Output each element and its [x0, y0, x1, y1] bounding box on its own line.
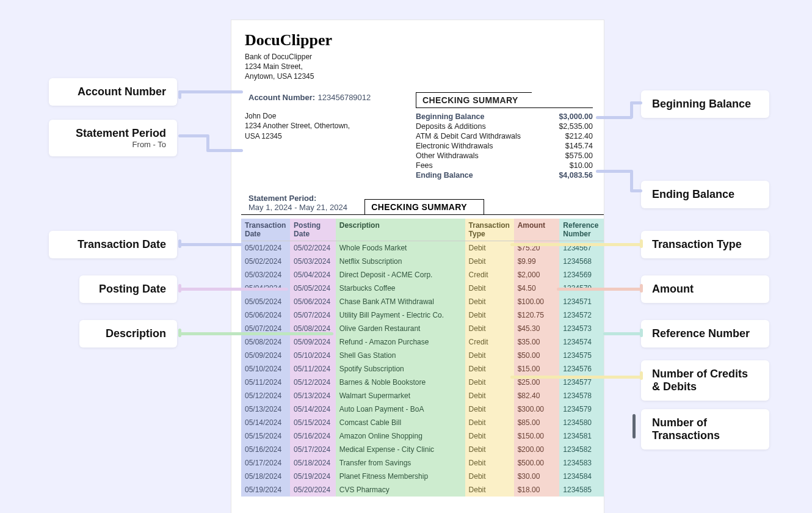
cell: 05/02/2024: [241, 255, 290, 268]
summary-value: $10.00: [544, 161, 593, 170]
table-row: 05/10/202405/11/2024Spotify Subscription…: [241, 362, 604, 376]
summary-label: ATM & Debit Card Withdrawals: [416, 132, 521, 140]
cell: Direct Deposit - ACME Corp.: [336, 268, 465, 282]
cell: Barnes & Noble Bookstore: [336, 376, 465, 389]
callout-posting-date: Posting Date: [79, 275, 177, 303]
table-row: 05/08/202405/09/2024Refund - Amazon Purc…: [241, 335, 604, 349]
cell: $82.40: [514, 389, 560, 402]
cell: Olive Garden Restaurant: [336, 322, 465, 335]
summary-value: $3,000.00: [544, 112, 593, 121]
cell: 05/10/2024: [241, 362, 290, 376]
cell: Debit: [465, 389, 514, 402]
cell: 05/13/2024: [241, 402, 290, 416]
connector: [510, 243, 642, 246]
cell: Debit: [465, 429, 514, 443]
cell: 05/05/2024: [290, 282, 336, 295]
cell: 05/18/2024: [290, 456, 336, 470]
cell: 05/12/2024: [241, 389, 290, 402]
cell: 05/09/2024: [241, 349, 290, 362]
cell: 1234578: [559, 389, 604, 402]
cell: Debit: [465, 295, 514, 308]
cell: 1234581: [559, 429, 604, 443]
cell: Medical Expense - City Clinic: [336, 443, 465, 456]
summary-row: Ending Balance$4,083.56: [413, 170, 595, 180]
cell: 1234572: [559, 308, 604, 322]
cell: CVS Pharmacy: [336, 483, 465, 497]
table-row: 05/16/202405/17/2024Medical Expense - Ci…: [241, 443, 604, 456]
bank-addr2: Anytown, USA 12345: [245, 71, 604, 81]
summary-label: Other Withdrawals: [416, 151, 479, 160]
bank-addr1: 1234 Main Street,: [245, 62, 604, 71]
connector: [178, 284, 181, 293]
cell: Debit: [465, 362, 514, 376]
cell: Shell Gas Station: [336, 349, 465, 362]
callout-account-number: Account Number: [49, 78, 177, 106]
cell: $100.00: [514, 295, 560, 308]
cell: Walmart Supermarket: [336, 389, 465, 402]
cell: 05/10/2024: [290, 349, 336, 362]
table-row: 05/14/202405/15/2024Comcast Cable BillDe…: [241, 416, 604, 429]
cell: 05/11/2024: [290, 362, 336, 376]
cell: 05/12/2024: [290, 376, 336, 389]
cell: 05/06/2024: [290, 295, 336, 308]
col-transaction-type: Transaction Type: [465, 219, 514, 241]
callout-reference-number: Reference Number: [641, 320, 769, 347]
cell: 05/11/2024: [241, 376, 290, 389]
callout-transaction-type: Transaction Type: [641, 231, 769, 258]
cell: 05/03/2024: [290, 255, 336, 268]
cell: 1234585: [559, 483, 604, 497]
callout-amount: Amount: [641, 275, 769, 303]
callout-description: Description: [79, 320, 177, 347]
cell: 1234580: [559, 416, 604, 429]
connector: [603, 332, 642, 335]
cell: $500.00: [514, 456, 560, 470]
transaction-table: Transaction Date Posting Date Descriptio…: [241, 219, 604, 497]
connector: [640, 284, 643, 293]
connector: [596, 170, 633, 173]
cell: Planet Fitness Membership: [336, 470, 465, 483]
connector: [630, 101, 642, 104]
account-number-value: 123456789012: [318, 93, 371, 102]
summary-row: ATM & Debit Card Withdrawals$212.40: [416, 131, 593, 141]
connector: [178, 243, 243, 246]
cell: Netflix Subscription: [336, 255, 465, 268]
cell: Debit: [465, 322, 514, 335]
cell: 1234573: [559, 322, 604, 335]
cell: 05/09/2024: [290, 335, 336, 349]
table-row: 05/04/202405/05/2024Starbucks CoffeeDebi…: [241, 282, 604, 295]
connector: [178, 329, 181, 337]
table-row: 05/03/202405/04/2024Direct Deposit - ACM…: [241, 268, 604, 282]
cell: Debit: [465, 470, 514, 483]
cell: $45.30: [514, 322, 560, 335]
connector: [596, 116, 633, 119]
cell: 1234574: [559, 335, 604, 349]
table-row: 05/15/202405/16/2024Amazon Online Shoppi…: [241, 429, 604, 443]
connector: [640, 239, 643, 248]
cell: 05/07/2024: [290, 308, 336, 322]
summary-title: CHECKING SUMMARY: [416, 92, 532, 108]
cell: Debit: [465, 376, 514, 389]
connector: [633, 414, 636, 438]
table-row: 05/05/202405/06/2024Chase Bank ATM Withd…: [241, 295, 604, 308]
cell: 05/17/2024: [290, 443, 336, 456]
cell: Debit: [465, 255, 514, 268]
cell: $200.00: [514, 443, 560, 456]
summary-row: Other Withdrawals$575.00: [416, 151, 593, 161]
cell: Whole Foods Market: [336, 241, 465, 255]
cell: 05/17/2024: [241, 456, 290, 470]
table-row: 05/18/202405/19/2024Planet Fitness Membe…: [241, 470, 604, 483]
callout-statement-period: Statement Period From - To: [49, 120, 177, 156]
cell: $150.00: [514, 429, 560, 443]
summary-value: $2,535.00: [544, 122, 593, 131]
summary-row: Fees$10.00: [416, 161, 593, 170]
connector: [630, 170, 633, 192]
cell: Debit: [465, 456, 514, 470]
cell: 05/03/2024: [241, 268, 290, 282]
cell: 1234575: [559, 349, 604, 362]
cell: Starbucks Coffee: [336, 282, 465, 295]
statement-period-block: Statement Period: May 1, 2024 - May 21, …: [244, 191, 352, 214]
canvas: DocuClipper Bank of DocuClipper 1234 Mai…: [12, 12, 800, 501]
summary-row: Electronic Withdrawals$145.74: [416, 141, 593, 151]
cell: 1234583: [559, 456, 604, 470]
summary-label: Beginning Balance: [416, 112, 485, 121]
